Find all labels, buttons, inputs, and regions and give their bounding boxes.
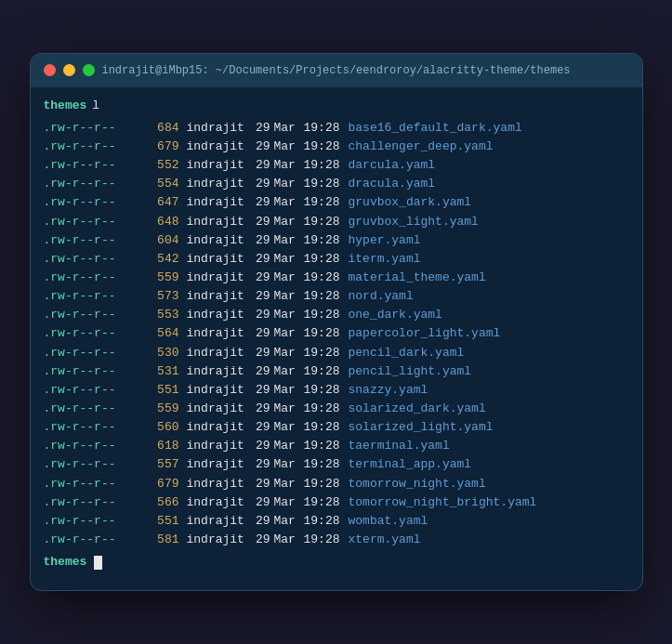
file-name: challenger_deep.yaml — [349, 138, 494, 156]
file-permissions: .rw-r--r-- — [44, 344, 146, 362]
file-date-month: Mar — [274, 231, 304, 250]
file-date-month: Mar — [274, 475, 304, 493]
file-name: solarized_light.yaml — [349, 418, 494, 437]
file-owner: indrajit — [187, 119, 250, 138]
file-owner: indrajit — [187, 512, 250, 531]
list-item: .rw-r--r--564 indrajit 29 Mar 19:28 pape… — [44, 324, 629, 343]
prompt-directory: themes — [44, 97, 87, 115]
file-date-month: Mar — [274, 400, 304, 418]
list-item: .rw-r--r--542 indrajit 29 Mar 19:28 iter… — [44, 250, 629, 269]
file-date-month: Mar — [274, 156, 304, 175]
file-date-day: 29 — [250, 119, 270, 138]
file-date-time: 19:28 — [304, 306, 345, 324]
file-permissions: .rw-r--r-- — [44, 418, 146, 437]
file-permissions: .rw-r--r-- — [44, 119, 146, 138]
file-name: tomorrow_night_bright.yaml — [349, 493, 537, 512]
file-permissions: .rw-r--r-- — [44, 269, 146, 287]
file-size: 551 — [146, 512, 179, 531]
file-owner: indrajit — [187, 400, 250, 418]
file-name: iterm.yaml — [349, 250, 421, 269]
file-date-time: 19:28 — [304, 231, 345, 250]
file-permissions: .rw-r--r-- — [44, 213, 146, 231]
cursor — [94, 556, 102, 570]
file-owner: indrajit — [187, 306, 250, 324]
file-name: tomorrow_night.yaml — [349, 475, 486, 493]
file-date-time: 19:28 — [304, 493, 345, 512]
file-name: terminal_app.yaml — [349, 455, 472, 474]
file-permissions: .rw-r--r-- — [44, 138, 146, 156]
file-permissions: .rw-r--r-- — [44, 437, 146, 455]
file-name: material_theme.yaml — [349, 269, 486, 287]
file-permissions: .rw-r--r-- — [44, 381, 146, 400]
file-size: 542 — [146, 250, 179, 269]
file-owner: indrajit — [187, 344, 250, 362]
file-date-day: 29 — [250, 269, 270, 287]
list-item: .rw-r--r--648 indrajit 29 Mar 19:28 gruv… — [44, 213, 629, 231]
file-size: 573 — [146, 287, 179, 306]
initial-prompt: themes l — [44, 97, 629, 115]
file-name: base16_default_dark.yaml — [349, 119, 522, 138]
file-date-month: Mar — [274, 250, 304, 269]
file-date-day: 29 — [250, 493, 270, 512]
terminal-body[interactable]: themes l .rw-r--r--684 indrajit 29 Mar 1… — [31, 87, 642, 591]
file-name: wombat.yaml — [349, 512, 428, 531]
file-name: pencil_dark.yaml — [349, 344, 465, 362]
file-size: 557 — [146, 455, 179, 474]
list-item: .rw-r--r--581 indrajit 29 Mar 19:28 xter… — [44, 531, 629, 549]
file-permissions: .rw-r--r-- — [44, 231, 146, 250]
file-date-month: Mar — [274, 493, 304, 512]
minimize-button[interactable] — [63, 64, 75, 76]
file-permissions: .rw-r--r-- — [44, 306, 146, 324]
file-size: 552 — [146, 156, 179, 175]
file-date-month: Mar — [274, 138, 304, 156]
file-date-time: 19:28 — [304, 475, 345, 493]
titlebar: indrajit@iMbp15: ~/Documents/Projects/ee… — [31, 54, 642, 87]
file-owner: indrajit — [187, 175, 250, 193]
file-size: 648 — [146, 213, 179, 231]
list-item: .rw-r--r--618 indrajit 29 Mar 19:28 taer… — [44, 437, 629, 455]
file-name: papercolor_light.yaml — [349, 324, 501, 343]
file-date-time: 19:28 — [304, 344, 345, 362]
list-item: .rw-r--r--679 indrajit 29 Mar 19:28 chal… — [44, 138, 629, 156]
list-item: .rw-r--r--566 indrajit 29 Mar 19:28 tomo… — [44, 493, 629, 512]
file-date-time: 19:28 — [304, 512, 345, 531]
file-date-time: 19:28 — [304, 287, 345, 306]
file-date-month: Mar — [274, 287, 304, 306]
file-size: 554 — [146, 175, 179, 193]
file-list: .rw-r--r--684 indrajit 29 Mar 19:28 base… — [44, 119, 629, 549]
file-date-time: 19:28 — [304, 418, 345, 437]
file-name: gruvbox_light.yaml — [349, 213, 479, 231]
file-owner: indrajit — [187, 381, 250, 400]
file-owner: indrajit — [187, 213, 250, 231]
list-item: .rw-r--r--552 indrajit 29 Mar 19:28 darc… — [44, 156, 629, 175]
file-date-month: Mar — [274, 455, 304, 474]
close-button[interactable] — [44, 64, 56, 76]
file-owner: indrajit — [187, 531, 250, 549]
file-name: pencil_light.yaml — [349, 362, 472, 381]
maximize-button[interactable] — [83, 64, 95, 76]
file-permissions: .rw-r--r-- — [44, 175, 146, 193]
list-item: .rw-r--r--553 indrajit 29 Mar 19:28 one_… — [44, 306, 629, 324]
file-size: 559 — [146, 400, 179, 418]
file-permissions: .rw-r--r-- — [44, 193, 146, 212]
file-owner: indrajit — [187, 156, 250, 175]
list-item: .rw-r--r--530 indrajit 29 Mar 19:28 penc… — [44, 344, 629, 362]
file-size: 679 — [146, 475, 179, 493]
file-date-day: 29 — [250, 400, 270, 418]
file-date-day: 29 — [250, 193, 270, 212]
list-item: .rw-r--r--604 indrajit 29 Mar 19:28 hype… — [44, 231, 629, 250]
file-size: 618 — [146, 437, 179, 455]
file-permissions: .rw-r--r-- — [44, 512, 146, 531]
traffic-lights — [44, 64, 95, 76]
file-date-month: Mar — [274, 193, 304, 212]
file-date-time: 19:28 — [304, 193, 345, 212]
file-size: 530 — [146, 344, 179, 362]
file-name: dracula.yaml — [349, 175, 436, 193]
file-date-day: 29 — [250, 437, 270, 455]
file-name: one_dark.yaml — [349, 306, 442, 324]
file-date-time: 19:28 — [304, 175, 345, 193]
file-size: 551 — [146, 381, 179, 400]
file-owner: indrajit — [187, 418, 250, 437]
file-date-day: 29 — [250, 213, 270, 231]
file-owner: indrajit — [187, 287, 250, 306]
